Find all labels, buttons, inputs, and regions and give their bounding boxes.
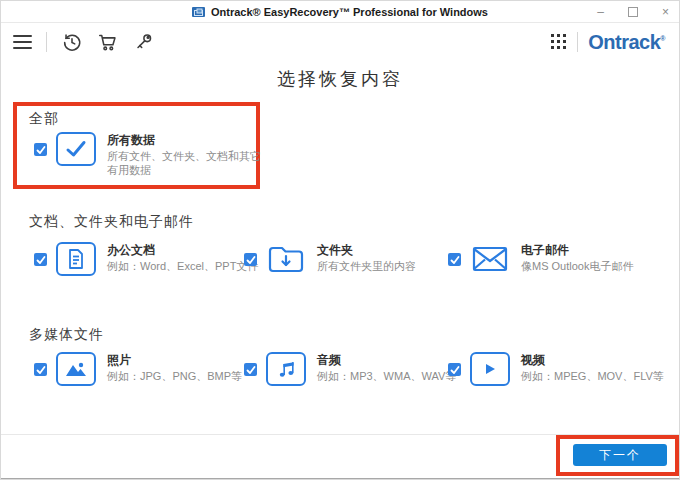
- menu-icon[interactable]: [13, 35, 32, 49]
- item-subtitle: 例如：MP3、WMA、WAV等: [317, 369, 456, 383]
- list-item[interactable]: 文件夹 所有文件夹里的内容: [244, 242, 416, 276]
- page-title: 选择恢复内容: [1, 67, 679, 91]
- checkbox[interactable]: [448, 253, 461, 266]
- item-subtitle: 例如：JPG、PNG、BMP等: [107, 369, 242, 383]
- item-subtitle: 所有文件、文件夹、文档和其它有用数据: [107, 149, 269, 177]
- item-title: 文件夹: [317, 243, 416, 258]
- cart-icon[interactable]: [97, 31, 119, 53]
- key-icon[interactable]: [133, 31, 155, 53]
- app-icon: [192, 6, 205, 18]
- list-item[interactable]: 所有数据 所有文件、文件夹、文档和其它有用数据: [34, 132, 269, 177]
- item-subtitle: 例如：MPEG、MOV、FLV等: [521, 369, 664, 383]
- list-item[interactable]: 办公文档 例如：Word、Excel、PPT文件: [34, 242, 258, 276]
- email-icon[interactable]: [470, 242, 510, 276]
- list-item[interactable]: 视频 例如：MPEG、MOV、FLV等: [448, 352, 664, 386]
- grid-icon[interactable]: [550, 33, 567, 50]
- item-subtitle: 例如：Word、Excel、PPT文件: [107, 259, 258, 273]
- window-title: Ontrack® EasyRecovery™ Professional for …: [211, 6, 488, 18]
- toolbar-divider: [577, 32, 578, 52]
- list-item[interactable]: 电子邮件 像MS Outlook电子邮件: [448, 242, 633, 276]
- checkbox[interactable]: [34, 363, 47, 376]
- checkbox[interactable]: [34, 143, 47, 156]
- item-subtitle: 像MS Outlook电子邮件: [521, 259, 633, 273]
- app-window: Ontrack® EasyRecovery™ Professional for …: [0, 0, 680, 480]
- checkbox[interactable]: [244, 363, 257, 376]
- section-title-multimedia: 多媒体文件: [29, 326, 104, 344]
- list-item[interactable]: 照片 例如：JPG、PNG、BMP等: [34, 352, 242, 386]
- history-icon[interactable]: [61, 31, 83, 53]
- item-title: 电子邮件: [521, 243, 633, 258]
- video-icon[interactable]: [470, 352, 510, 386]
- item-subtitle: 所有文件夹里的内容: [317, 259, 416, 273]
- close-button[interactable]: ×: [662, 6, 669, 18]
- toolbar: Ontrack®: [1, 23, 679, 60]
- title-bar: Ontrack® EasyRecovery™ Professional for …: [1, 1, 679, 23]
- item-title: 办公文档: [107, 243, 258, 258]
- audio-icon[interactable]: [266, 352, 306, 386]
- checkbox[interactable]: [448, 363, 461, 376]
- minimize-button[interactable]: –: [597, 6, 604, 18]
- checkbox[interactable]: [244, 253, 257, 266]
- photo-icon[interactable]: [56, 352, 96, 386]
- footer-divider: [1, 434, 679, 435]
- checkbox[interactable]: [34, 253, 47, 266]
- item-title: 照片: [107, 353, 242, 368]
- next-button[interactable]: 下一个: [573, 444, 667, 466]
- item-title: 音频: [317, 353, 456, 368]
- toolbar-divider: [46, 32, 47, 52]
- section-title-documents: 文档、文件夹和电子邮件: [29, 213, 194, 231]
- section-title-all: 全部: [29, 110, 59, 128]
- document-icon[interactable]: [56, 242, 96, 276]
- item-title: 所有数据: [107, 133, 269, 148]
- item-title: 视频: [521, 353, 664, 368]
- folder-download-icon[interactable]: [266, 242, 306, 276]
- list-item[interactable]: 音频 例如：MP3、WMA、WAV等: [244, 352, 456, 386]
- check-icon[interactable]: [56, 132, 96, 166]
- maximize-button[interactable]: [628, 7, 638, 17]
- ontrack-logo: Ontrack®: [588, 32, 665, 52]
